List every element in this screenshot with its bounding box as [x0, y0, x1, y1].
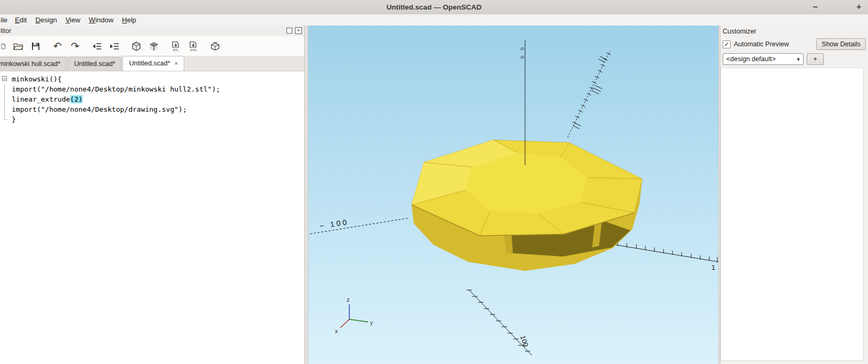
- menu-edit[interactable]: Edit: [11, 15, 31, 25]
- customizer-controls-row: ✓ Automatic Preview Show Details: [720, 37, 868, 52]
- title-bar: Untitled.scad — OpenSCAD – +: [0, 0, 868, 15]
- viewport-canvas: − 100 100 1: [308, 26, 718, 364]
- code-text: }: [12, 115, 16, 123]
- design-preset-value: <design default>: [726, 55, 775, 63]
- code-line-3: linear_extrude(2): [0, 94, 304, 104]
- axis-label-bottom: 100: [519, 334, 530, 348]
- fold-guide-corner: [4, 114, 7, 120]
- code-text: linear_extrude(2): [12, 95, 83, 103]
- customizer-preset-row: <design default> ▾ +: [720, 52, 868, 67]
- model-minkowski-hull: [412, 140, 642, 271]
- menu-window[interactable]: Window: [85, 15, 118, 25]
- editor-panel-header: litor ×: [0, 26, 304, 36]
- axis-label-right: 1: [711, 263, 715, 271]
- menu-design[interactable]: Design: [31, 15, 61, 25]
- tab-minkowski-hull[interactable]: minkowski hull.scad*: [0, 57, 67, 71]
- code-line-4: import("/home/none4/Desktop/drawing.svg"…: [0, 104, 304, 114]
- show-details-button[interactable]: Show Details: [816, 38, 866, 50]
- chevron-down-icon: ▾: [797, 56, 800, 63]
- export-svg-icon[interactable]: SVG: [187, 40, 199, 52]
- menu-view[interactable]: View: [61, 15, 85, 25]
- save-icon[interactable]: [30, 40, 42, 52]
- undo-icon[interactable]: ↶: [52, 40, 63, 52]
- code-text: minkowski(){: [12, 75, 62, 83]
- float-panel-icon[interactable]: [286, 28, 292, 34]
- x-axis-positive: [609, 240, 718, 262]
- main-area: litor × ↶ ↷: [0, 26, 868, 364]
- tab-label: Untitled.scad*: [74, 57, 115, 71]
- fold-guide-line: [4, 104, 5, 114]
- editor-viewport-splitter[interactable]: [304, 26, 308, 364]
- render-icon[interactable]: [148, 40, 160, 52]
- z-axis-tick-label-b: 0: [519, 55, 525, 59]
- axis-indicator-x-label: x: [335, 328, 338, 334]
- code-editor[interactable]: − minkowski(){ import("/home/none4/Deskt…: [0, 71, 304, 364]
- maximize-button[interactable]: +: [852, 0, 866, 14]
- axis-indicator-y-label: y: [370, 319, 373, 326]
- indent-icon[interactable]: [109, 40, 120, 52]
- z-axis-tick-label-a: 0: [519, 47, 525, 51]
- customizer-parameters-area[interactable]: [720, 68, 864, 361]
- axis-indicator: z y x: [335, 296, 373, 334]
- code-line-5: }: [0, 114, 304, 125]
- close-panel-icon[interactable]: ×: [295, 27, 302, 34]
- automatic-preview-checkbox[interactable]: ✓: [723, 40, 731, 48]
- redo-icon[interactable]: ↷: [69, 40, 81, 52]
- fold-guide-line: [4, 94, 5, 104]
- editor-panel: litor × ↶ ↷: [0, 26, 304, 364]
- export-stl-icon[interactable]: STL: [170, 40, 182, 52]
- add-preset-button[interactable]: +: [807, 53, 824, 65]
- unindent-icon[interactable]: [91, 40, 103, 52]
- svg-text:SVG: SVG: [190, 48, 197, 52]
- customizer-title: Customizer: [720, 26, 868, 37]
- preview-icon[interactable]: [130, 40, 142, 52]
- y-axis-back: [568, 51, 611, 137]
- svg-text:STL: STL: [173, 48, 179, 52]
- new-file-icon[interactable]: [0, 40, 6, 52]
- tab-close-icon[interactable]: ×: [175, 56, 178, 71]
- 3d-viewport[interactable]: − 100 100 1: [308, 26, 718, 364]
- editor-toolbar: ↶ ↷ STL SVG: [0, 36, 304, 56]
- automatic-preview-label: Automatic Preview: [734, 40, 813, 48]
- code-fold-icon[interactable]: −: [2, 76, 7, 81]
- tab-untitled-2-active[interactable]: Untitled.scad* ×: [122, 56, 184, 71]
- code-text: import("/home/none4/Desktop/minkowski hu…: [12, 85, 220, 93]
- editor-dock-controls: ×: [286, 27, 302, 34]
- axis-indicator-z-label: z: [347, 296, 350, 303]
- editor-tab-bar: minkowski hull.scad* Untitled.scad* Unti…: [0, 56, 304, 71]
- code-line-1: − minkowski(){: [0, 74, 304, 84]
- tab-untitled-1[interactable]: Untitled.scad*: [68, 57, 121, 71]
- menu-bar: ile Edit Design View Window Help: [0, 14, 868, 26]
- customizer-panel: Customizer ✓ Automatic Preview Show Deta…: [720, 26, 868, 364]
- code-line-2: import("/home/none4/Desktop/minkowski hu…: [0, 84, 304, 94]
- design-preset-select[interactable]: <design default> ▾: [723, 53, 804, 65]
- paren-match-highlight: (2): [70, 95, 83, 103]
- print-3d-icon[interactable]: [209, 40, 221, 52]
- menu-file[interactable]: ile: [0, 15, 11, 25]
- window-title: Untitled.scad — OpenSCAD: [387, 3, 482, 11]
- tab-label: Untitled.scad*: [129, 56, 170, 71]
- open-file-icon[interactable]: [12, 40, 24, 52]
- menu-help[interactable]: Help: [118, 15, 141, 25]
- minimize-button[interactable]: –: [808, 0, 822, 14]
- code-text: import("/home/none4/Desktop/drawing.svg"…: [12, 105, 187, 113]
- editor-panel-title: litor: [0, 27, 11, 35]
- fold-guide-line: [4, 84, 5, 94]
- tab-label: minkowski hull.scad*: [0, 57, 60, 71]
